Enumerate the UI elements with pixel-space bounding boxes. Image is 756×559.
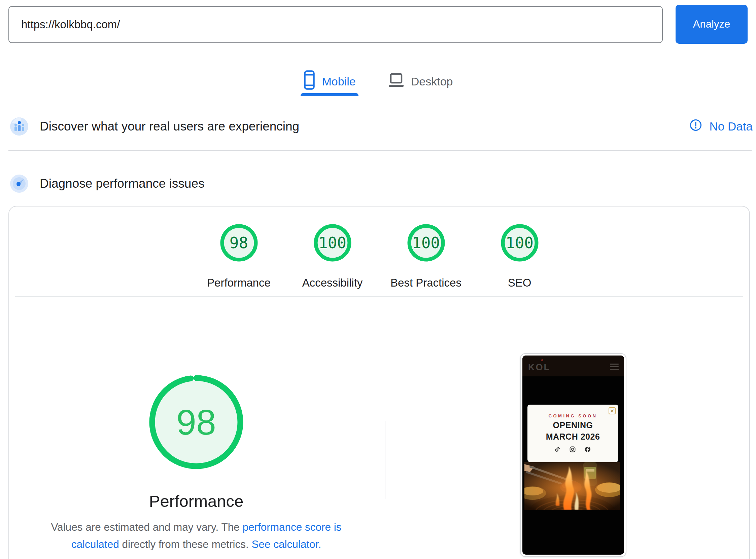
device-tabs: Mobile Desktop bbox=[0, 67, 756, 96]
instagram-icon bbox=[569, 446, 576, 454]
pagespeed-insights-page: Analyze Mobile Desktop bbox=[0, 0, 756, 559]
tab-desktop[interactable]: Desktop bbox=[388, 67, 453, 96]
final-screenshot-thumbnail[interactable]: KOL ✕ COMING SOON OPENING MARCH 2026 bbox=[520, 353, 626, 557]
score-seo[interactable]: 100 SEO bbox=[476, 224, 563, 289]
screenshot-viewport: KOL ✕ COMING SOON OPENING MARCH 2026 bbox=[522, 356, 624, 555]
logo-accent-dot bbox=[541, 359, 543, 361]
real-users-icon bbox=[10, 117, 28, 136]
analyze-button[interactable]: Analyze bbox=[675, 5, 748, 44]
tiktok-icon bbox=[555, 446, 560, 454]
performance-big-score-value: 98 bbox=[147, 373, 245, 471]
field-data-section-header: Discover what your real users are experi… bbox=[10, 113, 753, 140]
gauge-thumbnail-divider bbox=[385, 421, 385, 499]
lab-data-section-header: Diagnose performance issues bbox=[10, 170, 753, 197]
best-practices-score-label: Best Practices bbox=[390, 276, 461, 289]
no-data-label: No Data bbox=[710, 120, 753, 133]
card-divider bbox=[15, 296, 743, 297]
tab-desktop-label: Desktop bbox=[411, 75, 453, 88]
preview-site-header: KOL bbox=[522, 356, 624, 376]
preview-opening-line-2: MARCH 2026 bbox=[527, 432, 618, 441]
accessibility-score-label: Accessibility bbox=[302, 276, 363, 289]
best-practices-score-value: 100 bbox=[407, 224, 445, 262]
score-accessibility[interactable]: 100 Accessibility bbox=[289, 224, 376, 289]
performance-score-value: 98 bbox=[220, 224, 258, 262]
performance-detail-title: Performance bbox=[149, 492, 244, 511]
tab-mobile-label: Mobile bbox=[322, 75, 356, 88]
accessibility-score-gauge: 100 bbox=[314, 224, 351, 262]
performance-score-gauge: 98 bbox=[220, 224, 258, 262]
preview-coming-soon-modal: ✕ COMING SOON OPENING MARCH 2026 bbox=[527, 405, 618, 462]
error-outline-icon bbox=[689, 119, 702, 134]
no-data-status[interactable]: No Data bbox=[689, 119, 753, 134]
score-performance[interactable]: 98 Performance bbox=[195, 224, 283, 289]
performance-score-label: Performance bbox=[207, 276, 271, 289]
score-best-practices[interactable]: 100 Best Practices bbox=[382, 224, 470, 289]
see-calculator-link[interactable]: See calculator. bbox=[252, 538, 321, 550]
preview-opening-line-1: OPENING bbox=[527, 421, 618, 430]
mobile-phone-icon bbox=[303, 70, 316, 92]
url-input[interactable] bbox=[8, 6, 663, 43]
tab-mobile[interactable]: Mobile bbox=[303, 67, 356, 96]
facebook-icon bbox=[585, 446, 591, 454]
desktop-laptop-icon bbox=[388, 73, 404, 90]
seo-score-label: SEO bbox=[508, 276, 532, 289]
disclaimer-text: Values are estimated and may vary. The bbox=[51, 521, 242, 533]
lab-data-title: Diagnose performance issues bbox=[40, 177, 204, 191]
seo-score-value: 100 bbox=[501, 224, 539, 262]
section-divider bbox=[8, 150, 752, 151]
accessibility-score-value: 100 bbox=[314, 224, 351, 262]
preview-social-icons bbox=[527, 446, 618, 454]
preview-bbq-photo bbox=[524, 462, 620, 510]
best-practices-score-gauge: 100 bbox=[407, 224, 445, 262]
diagnose-compass-icon bbox=[10, 175, 28, 193]
field-data-title: Discover what your real users are experi… bbox=[40, 119, 299, 134]
performance-big-gauge: 98 bbox=[147, 373, 245, 471]
active-tab-indicator bbox=[301, 93, 359, 96]
preview-close-icon: ✕ bbox=[609, 407, 615, 415]
lighthouse-report-card: 98 Performance 100 Accessibility bbox=[8, 206, 750, 559]
seo-score-gauge: 100 bbox=[501, 224, 539, 262]
disclaimer-text: directly from these metrics. bbox=[119, 538, 252, 550]
preview-site-logo: KOL bbox=[528, 362, 550, 373]
performance-detail-panel: 98 Performance Values are estimated and … bbox=[48, 373, 344, 553]
preview-coming-soon-label: COMING SOON bbox=[527, 413, 618, 419]
category-scores-row: 98 Performance 100 Accessibility bbox=[9, 224, 749, 289]
score-disclaimer: Values are estimated and may vary. The p… bbox=[48, 519, 344, 553]
hamburger-menu-icon bbox=[610, 363, 619, 370]
